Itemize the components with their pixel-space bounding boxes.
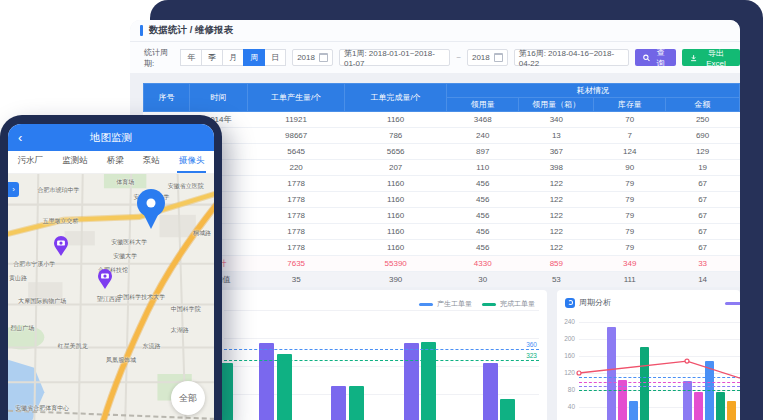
phone-tab-bar: 污水厂监测站桥梁泵站摄像头	[8, 151, 214, 174]
reference-line	[579, 390, 740, 391]
table-cell: 398	[519, 160, 594, 176]
end-year-select[interactable]: 2018	[467, 49, 508, 66]
table-cell: 14	[666, 272, 740, 288]
legend-item-generated[interactable]: 产生工单量	[419, 299, 472, 309]
grid-line	[224, 310, 539, 311]
table-cell: 456	[447, 192, 519, 208]
column-header: 工单完成量/个	[345, 84, 447, 112]
column-header: 时间	[190, 84, 248, 112]
table-cell: 220	[248, 160, 345, 176]
selected-location-pin[interactable]	[133, 187, 169, 235]
end-week-select[interactable]: 第16周: 2018-04-16~2018-04-22	[514, 49, 629, 66]
table-cell: 859	[519, 256, 594, 272]
phone-title: 地图监测	[90, 131, 132, 145]
table-total-row: 合计763555390433085934933	[144, 256, 740, 272]
table-row: 298667786240137690	[144, 128, 740, 144]
range-separator: ~	[456, 53, 461, 62]
tab-桥梁[interactable]: 桥梁	[105, 151, 126, 173]
period-option-月[interactable]: 月	[222, 49, 244, 66]
table-cell: 1160	[345, 192, 447, 208]
reference-line	[579, 382, 740, 383]
table-cell: 79	[594, 192, 666, 208]
map-expander-button[interactable]: ›	[8, 182, 19, 197]
table-cell: 111	[594, 272, 666, 288]
query-button[interactable]: 查询	[635, 49, 676, 66]
calendar-icon	[494, 53, 503, 62]
export-excel-button[interactable]: 导出Excel	[682, 49, 740, 66]
camera-pin[interactable]	[96, 268, 113, 294]
table-cell: 124	[594, 144, 666, 160]
phone-mockup: ‹ 地图监测 污水厂监测站桥梁泵站摄像头	[0, 115, 222, 420]
table-cell: 456	[447, 224, 519, 240]
legend-item-completed[interactable]: 完成工单量	[482, 299, 535, 309]
table-cell: 3468	[447, 112, 519, 128]
download-icon	[690, 54, 697, 62]
bar-completed	[277, 354, 292, 420]
reference-line	[579, 377, 740, 378]
table-cell: 122	[519, 176, 594, 192]
bar-generated	[483, 363, 498, 420]
sub-column-header: 领用量（箱）	[519, 98, 594, 112]
camera-pin[interactable]	[52, 235, 69, 261]
legend-item[interactable]	[725, 302, 740, 305]
table-average-row: 平均值35390305311114	[144, 272, 740, 288]
table-cell: 30	[447, 272, 519, 288]
end-week-value: 第16周: 2018-04-16~2018-04-22	[519, 48, 624, 68]
table-row: 356455656897367124129	[144, 144, 740, 160]
grid-line	[579, 322, 740, 323]
reference-line	[224, 349, 539, 350]
tab-泵站[interactable]: 泵站	[141, 151, 162, 173]
start-week-value: 第1周: 2018-01-01~2018-01-07	[344, 48, 445, 68]
table-cell: 55390	[345, 256, 447, 272]
table-cell: 250	[666, 112, 740, 128]
chart-icon	[565, 298, 575, 308]
table-row: 42202071103989019	[144, 160, 740, 176]
table-cell: 7635	[248, 256, 345, 272]
grid-line	[579, 373, 740, 374]
back-icon[interactable]: ‹	[18, 131, 22, 144]
reference-line	[224, 360, 539, 361]
tab-污水厂[interactable]: 污水厂	[16, 151, 46, 173]
legend-swatch	[482, 303, 496, 306]
bar	[694, 392, 703, 420]
period-option-周[interactable]: 周	[243, 49, 265, 66]
reference-line-label: 360	[526, 341, 537, 348]
y-axis-tick: 240	[559, 318, 575, 325]
legend-label: 完成工单量	[500, 299, 535, 309]
group-column-header: 耗材情况	[447, 84, 740, 98]
table-cell: 67	[666, 224, 740, 240]
map-all-button[interactable]: 全部	[171, 381, 205, 415]
tab-监测站[interactable]: 监测站	[60, 151, 90, 173]
end-year-value: 2018	[472, 53, 490, 62]
table-row: 7177811604561227967	[144, 208, 740, 224]
export-button-label: 导出Excel	[700, 48, 732, 68]
reference-line	[579, 386, 740, 387]
sub-column-header: 金额	[666, 98, 740, 112]
y-axis-tick: 80	[559, 386, 575, 393]
bar-generated	[259, 343, 274, 420]
table-cell: 53	[519, 272, 594, 288]
calendar-icon	[319, 53, 328, 62]
table-cell: 456	[447, 176, 519, 192]
legend-label: 产生工单量	[437, 299, 472, 309]
title-accent-bar	[140, 25, 143, 36]
chart-header: 周期分析	[565, 297, 611, 308]
period-option-日[interactable]: 日	[264, 49, 286, 66]
map[interactable]: 合肥市琥珀中学体育场安徽农业大学安徽省立医院五里墩立交桥桐城路安徽医科大学合肥市…	[8, 174, 214, 420]
tab-摄像头[interactable]: 摄像头	[177, 151, 207, 173]
table-cell: 79	[594, 208, 666, 224]
start-year-select[interactable]: 2018	[292, 49, 333, 66]
period-option-年[interactable]: 年	[180, 49, 202, 66]
table-cell: 456	[447, 208, 519, 224]
table-cell: 90	[594, 160, 666, 176]
filter-label: 统计周期:	[144, 47, 175, 69]
filter-bar: 统计周期: 年季月周日 2018 第1周: 2018-01-01~2018-01…	[130, 42, 740, 73]
search-icon	[643, 54, 650, 62]
table-cell: 122	[519, 192, 594, 208]
table-cell: 5645	[248, 144, 345, 160]
period-option-季[interactable]: 季	[201, 49, 223, 66]
table-cell: 110	[447, 160, 519, 176]
start-week-select[interactable]: 第1周: 2018-01-01~2018-01-07	[339, 49, 450, 66]
bar	[727, 401, 736, 420]
table-cell: 1778	[248, 192, 345, 208]
